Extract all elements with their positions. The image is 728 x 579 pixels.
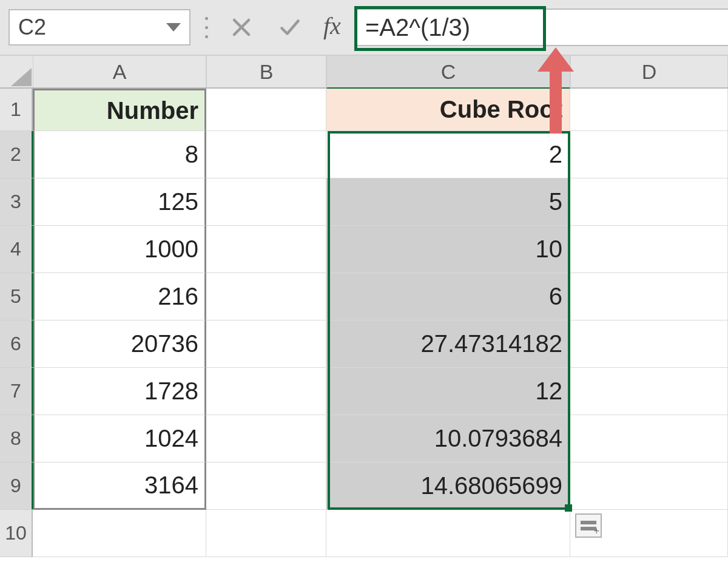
cell-B5[interactable] [206,273,326,320]
table-row: 1 Number Cube Root [0,89,728,131]
cell-A8[interactable]: 1024 [33,415,206,462]
cell-C3[interactable]: 5 [326,178,570,226]
table-row: 2 8 2 [0,131,728,178]
cell-A2[interactable]: 8 [33,131,206,178]
cell-D8[interactable] [570,415,728,462]
cell-C10[interactable] [326,510,570,557]
cell-A7[interactable]: 1728 [33,368,206,415]
cell-D1[interactable] [570,89,728,131]
cell-A6[interactable]: 20736 [33,320,206,368]
row-header-1[interactable]: 1 [0,89,33,131]
cell-C1[interactable]: Cube Root [326,89,570,131]
cell-C6[interactable]: 27.47314182 [326,320,570,368]
row-header-9[interactable]: 9 [0,462,33,510]
table-row: 3 125 5 [0,178,728,226]
cell-C8[interactable]: 10.0793684 [326,415,570,462]
cell-C4[interactable]: 10 [326,226,570,273]
close-icon [231,16,252,38]
col-header-A[interactable]: A [33,56,206,87]
cell-B1[interactable] [206,89,326,131]
chevron-down-icon[interactable] [166,23,181,32]
cell-B4[interactable] [206,226,326,273]
cell-B10[interactable] [206,510,326,557]
table-row: 4 1000 10 [0,226,728,273]
cell-A10[interactable] [33,510,206,557]
cancel-button[interactable] [223,9,260,46]
cell-C5[interactable]: 6 [326,273,570,320]
col-header-B[interactable]: B [206,56,326,87]
table-row: 8 1024 10.0793684 [0,415,728,462]
cell-D7[interactable] [570,368,728,415]
cell-B6[interactable] [206,320,326,368]
check-icon [279,16,301,38]
cell-A9[interactable]: 3164 [33,462,206,510]
table-row: 9 3164 14.68065699 [0,462,728,510]
enter-button[interactable] [271,9,309,46]
select-all-corner[interactable] [0,56,33,87]
row-header-10[interactable]: 10 [0,510,33,557]
cell-B9[interactable] [206,462,326,510]
cell-B3[interactable] [206,178,326,226]
insert-function-button[interactable]: fx [320,12,345,44]
row-header-8[interactable]: 8 [0,415,33,462]
cell-D6[interactable] [570,320,728,368]
cell-D9[interactable] [570,462,728,510]
cell-A4[interactable]: 1000 [33,226,206,273]
formula-bar: C2 fx =A2^(1/3) [0,0,728,55]
table-row: 7 1728 12 [0,368,728,415]
cell-D5[interactable] [570,273,728,320]
cell-B7[interactable] [206,368,326,415]
row-header-2[interactable]: 2 [0,131,33,178]
formula-input[interactable]: =A2^(1/3) [356,8,728,46]
quick-analysis-icon[interactable]: + [575,513,602,538]
formula-text: =A2^(1/3) [365,14,470,41]
cell-A5[interactable]: 216 [33,273,206,320]
cell-D4[interactable] [570,226,728,273]
col-header-C[interactable]: C [326,56,570,89]
cell-A3[interactable]: 125 [33,178,206,226]
row-header-4[interactable]: 4 [0,226,33,273]
cell-B8[interactable] [206,415,326,462]
cell-D3[interactable] [570,178,728,226]
name-box[interactable]: C2 [8,9,190,46]
cell-C2[interactable]: 2 [326,131,570,178]
table-row: 6 20736 27.47314182 [0,320,728,368]
table-row: 5 216 6 [0,273,728,320]
cell-B2[interactable] [206,131,326,178]
row-header-7[interactable]: 7 [0,368,33,415]
cell-C7[interactable]: 12 [326,368,570,415]
row-header-3[interactable]: 3 [0,178,33,226]
drag-handle-icon[interactable] [201,17,212,38]
cell-C9[interactable]: 14.68065699 [326,462,570,510]
column-headers: A B C D [0,55,728,89]
cell-A1[interactable]: Number [33,89,206,131]
table-row: 10 [0,510,728,557]
active-cell-ref: C2 [18,15,46,40]
cell-D2[interactable] [570,131,728,178]
row-header-5[interactable]: 5 [0,273,33,320]
spreadsheet-grid[interactable]: 1 Number Cube Root 2 8 2 3 125 5 4 1000 … [0,89,728,557]
col-header-D[interactable]: D [570,56,728,87]
row-header-6[interactable]: 6 [0,320,33,368]
